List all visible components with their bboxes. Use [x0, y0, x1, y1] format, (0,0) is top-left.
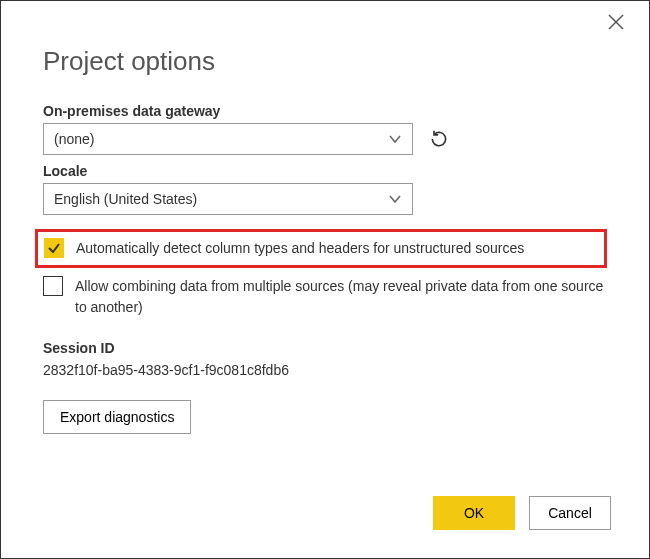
- auto-detect-label: Automatically detect column types and he…: [76, 238, 524, 259]
- auto-detect-row: Automatically detect column types and he…: [44, 238, 524, 259]
- locale-dropdown[interactable]: English (United States): [43, 183, 413, 215]
- export-diagnostics-button[interactable]: Export diagnostics: [43, 400, 191, 434]
- dialog-footer: OK Cancel: [433, 496, 611, 530]
- locale-row: English (United States): [43, 183, 607, 215]
- dialog-title: Project options: [43, 46, 215, 77]
- gateway-row: (none): [43, 123, 607, 155]
- allow-combine-label: Allow combining data from multiple sourc…: [75, 276, 607, 318]
- cancel-button[interactable]: Cancel: [529, 496, 611, 530]
- dialog-window: Project options On-premises data gateway…: [0, 0, 650, 559]
- close-button[interactable]: [607, 13, 631, 37]
- ok-button[interactable]: OK: [433, 496, 515, 530]
- gateway-value: (none): [54, 131, 94, 147]
- refresh-icon: [429, 129, 449, 149]
- chevron-down-icon: [388, 132, 402, 146]
- session-id-label: Session ID: [43, 340, 607, 356]
- locale-value: English (United States): [54, 191, 197, 207]
- gateway-dropdown[interactable]: (none): [43, 123, 413, 155]
- gateway-refresh-button[interactable]: [427, 127, 451, 151]
- dialog-content: On-premises data gateway (none) Locale E…: [43, 101, 607, 434]
- chevron-down-icon: [388, 192, 402, 206]
- close-icon: [607, 13, 625, 31]
- session-id-value: 2832f10f-ba95-4383-9cf1-f9c081c8fdb6: [43, 362, 607, 378]
- auto-detect-checkbox[interactable]: [44, 238, 64, 258]
- locale-label: Locale: [43, 163, 607, 179]
- highlighted-option: Automatically detect column types and he…: [35, 229, 607, 268]
- allow-combine-row: Allow combining data from multiple sourc…: [43, 276, 607, 318]
- gateway-label: On-premises data gateway: [43, 103, 607, 119]
- check-icon: [47, 241, 61, 255]
- allow-combine-checkbox[interactable]: [43, 276, 63, 296]
